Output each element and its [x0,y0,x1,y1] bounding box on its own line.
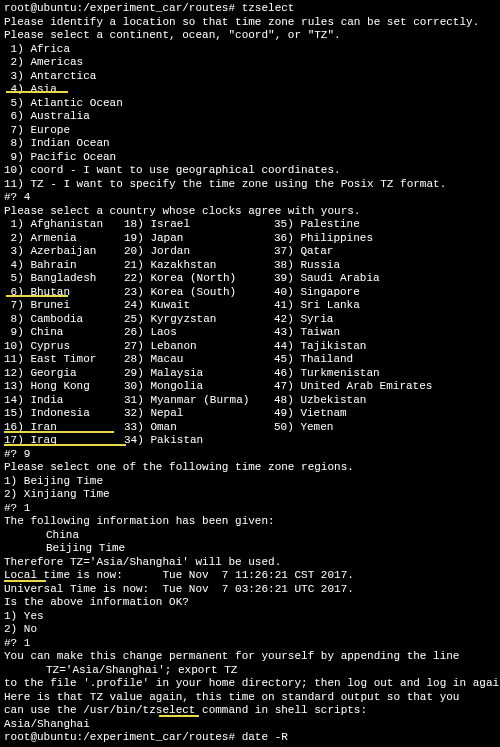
msg-above-ok: Is the above information OK? [4,596,496,610]
continent-option: 8) Indian Ocean [4,137,496,151]
yesno-option: 1) Yes [4,610,496,624]
country-option: 22) Korea (North) [124,272,274,286]
msg-select-region: Please select one of the following time … [4,461,496,475]
prompt-tzselect[interactable]: root@ubuntu:/experiment_car/routes# tzse… [4,2,496,16]
country-option: 39) Saudi Arabia [274,272,444,286]
country-option: 26) Laos [124,326,274,340]
country-option: 24) Kuwait [124,299,274,313]
country-option: 35) Palestine [274,218,444,232]
country-option: 13) Hong Kong [4,380,124,394]
country-row: 8) Cambodia25) Kyrgyzstan42) Syria [4,313,496,327]
country-option: 34) Pakistan [124,434,274,448]
input-region[interactable]: #? 1 [4,502,496,516]
msg-select-continent: Please select a continent, ocean, "coord… [4,29,496,43]
msg-perm1: You can make this change permanent for y… [4,650,496,664]
country-row: 9) China26) Laos43) Taiwan [4,326,496,340]
highlight-xinjiang [4,444,126,446]
country-option: 10) Cyprus [4,340,124,354]
country-row: 5) Bangladesh22) Korea (North)39) Saudi … [4,272,496,286]
continent-option: 2) Americas [4,56,496,70]
continent-option: 10) coord - I want to use geographical c… [4,164,496,178]
country-option: 11) East Timor [4,353,124,367]
msg-perm3: to the file '.profile' in your home dire… [4,677,496,691]
country-option: 38) Russia [274,259,444,273]
country-option: 1) Afghanistan [4,218,124,232]
country-option: 4) Bahrain [4,259,124,273]
country-row: 4) Bahrain21) Kazakhstan38) Russia [4,259,496,273]
highlight-asia [6,91,68,93]
input-yesno[interactable]: #? 1 [4,637,496,651]
country-option: 28) Macau [124,353,274,367]
country-row: 2) Armenia19) Japan36) Philippines [4,232,496,246]
country-option: 3) Azerbaijan [4,245,124,259]
msg-tz: Asia/Shanghai [4,718,496,732]
highlight-yes [4,580,46,582]
country-option: 27) Lebanon [124,340,274,354]
country-option: 47) United Arab Emirates [274,380,444,394]
msg-here2: can use the /usr/bin/tzselect command in… [4,704,496,718]
country-option: 44) Tajikistan [274,340,444,354]
country-row: 14) India31) Myanmar (Burma)48) Uzbekist… [4,394,496,408]
region-option: 2) Xinjiang Time [4,488,496,502]
country-option: 20) Jordan [124,245,274,259]
msg-therefore: Therefore TZ='Asia/Shanghai' will be use… [4,556,496,570]
country-option: 46) Turkmenistan [274,367,444,381]
country-option: 18) Israel [124,218,274,232]
msg-local: Local time is now: Tue Nov 7 11:26:21 CS… [4,569,496,583]
country-option: 48) Uzbekistan [274,394,444,408]
country-option: 42) Syria [274,313,444,327]
country-option: 14) India [4,394,124,408]
country-row: 13) Hong Kong30) Mongolia47) United Arab… [4,380,496,394]
continent-option: 9) Pacific Ocean [4,151,496,165]
country-option: 29) Malaysia [124,367,274,381]
country-option: 23) Korea (South) [124,286,274,300]
region-option: 1) Beijing Time [4,475,496,489]
country-option: 40) Singapore [274,286,444,300]
highlight-beijing [4,431,114,433]
input-country[interactable]: #? 9 [4,448,496,462]
country-option: 45) Thailand [274,353,444,367]
country-row: 7) Brunei24) Kuwait41) Sri Lanka [4,299,496,313]
country-option: 8) Cambodia [4,313,124,327]
country-option: 32) Nepal [124,407,274,421]
msg-select-country: Please select a country whose clocks agr… [4,205,496,219]
country-option: 41) Sri Lanka [274,299,444,313]
country-option: 7) Brunei [4,299,124,313]
country-row: 12) Georgia29) Malaysia46) Turkmenistan [4,367,496,381]
country-option: 9) China [4,326,124,340]
country-option: 25) Kyrgyzstan [124,313,274,327]
country-option: 37) Qatar [274,245,444,259]
highlight-china [6,295,68,297]
country-option: 33) Oman [124,421,274,435]
msg-utc: Universal Time is now: Tue Nov 7 03:26:2… [4,583,496,597]
continent-option: 1) Africa [4,43,496,57]
country-option: 5) Bangladesh [4,272,124,286]
input-continent[interactable]: #? 4 [4,191,496,205]
country-option: 19) Japan [124,232,274,246]
country-option: 21) Kazakhstan [124,259,274,273]
country-row: 15) Indonesia32) Nepal49) Vietnam [4,407,496,421]
country-row: 10) Cyprus27) Lebanon44) Tajikistan [4,340,496,354]
country-option [274,434,444,448]
country-option: 12) Georgia [4,367,124,381]
country-option: 43) Taiwan [274,326,444,340]
msg-identify: Please identify a location so that time … [4,16,496,30]
country-option: 36) Philippines [274,232,444,246]
country-option: 2) Armenia [4,232,124,246]
country-row: 6) Bhutan23) Korea (South)40) Singapore [4,286,496,300]
country-row: 3) Azerbaijan20) Jordan37) Qatar [4,245,496,259]
country-option: 30) Mongolia [124,380,274,394]
continent-option: 4) Asia [4,83,496,97]
msg-here1: Here is that TZ value again, this time o… [4,691,496,705]
prompt-date-r[interactable]: root@ubuntu:/experiment_car/routes# date… [4,731,496,745]
country-option: 49) Vietnam [274,407,444,421]
yesno-option: 2) No [4,623,496,637]
msg-perm2: TZ='Asia/Shanghai'; export TZ [4,664,496,678]
country-option: 50) Yemen [274,421,444,435]
highlight-offset [159,715,199,717]
info-china: China [4,529,496,543]
continent-option: 5) Atlantic Ocean [4,97,496,111]
country-option: 31) Myanmar (Burma) [124,394,274,408]
continent-option: 11) TZ - I want to specify the time zone… [4,178,496,192]
info-beijing: Beijing Time [4,542,496,556]
